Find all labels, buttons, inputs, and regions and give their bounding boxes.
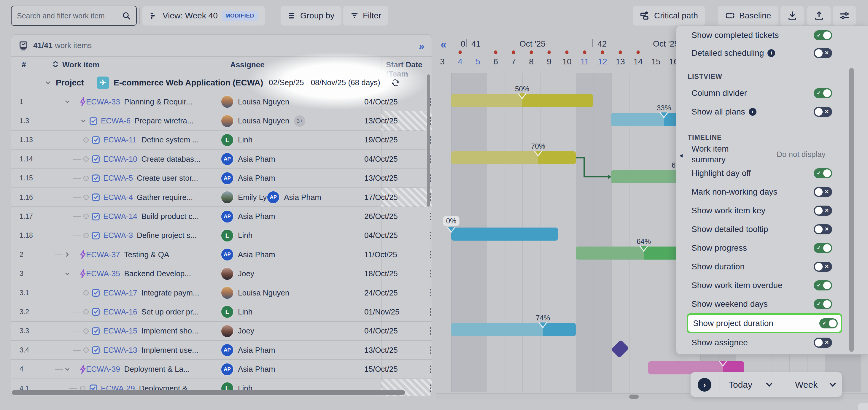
toggle-off[interactable]: ✕: [814, 338, 832, 348]
toggle-on[interactable]: ✓: [814, 280, 832, 290]
work-item-title[interactable]: Set up order pr...: [142, 302, 199, 321]
row-expand-chevron[interactable]: [64, 264, 71, 283]
work-item-key[interactable]: ECWA-10: [103, 150, 137, 168]
work-item-key[interactable]: ECWA-37: [86, 245, 120, 264]
row-menu-button[interactable]: [426, 249, 432, 260]
group-by-button[interactable]: Group by: [281, 6, 341, 26]
expand-panel-button[interactable]: »: [419, 41, 425, 51]
settings-item-show-assignee[interactable]: Show assignee✕: [676, 333, 868, 352]
settings-item-show-project-duration[interactable]: Show project duration✓: [687, 313, 842, 333]
project-collapse-chevron[interactable]: [44, 73, 52, 92]
more-assignees-badge[interactable]: 3+: [294, 116, 305, 127]
row-menu-button[interactable]: [426, 325, 432, 337]
work-item-title[interactable]: Deployment & La...: [124, 359, 190, 379]
search-input[interactable]: [17, 11, 122, 20]
table-row[interactable]: 3.4ECWA-13Implement use...APAsia Pham13/…: [11, 341, 432, 359]
collapse-all-icon[interactable]: [52, 61, 59, 69]
work-item-title[interactable]: Integrate paym...: [142, 283, 199, 302]
work-item-key[interactable]: ECWA-13: [103, 341, 137, 359]
row-expand-chevron[interactable]: [64, 92, 71, 111]
work-item-key[interactable]: ECWA-15: [103, 322, 137, 341]
collapse-arrow-icon[interactable]: ◂: [679, 152, 683, 159]
row-menu-button[interactable]: [426, 306, 432, 318]
row-expand-chevron[interactable]: [64, 245, 71, 264]
settings-item-show-detailed-tooltip[interactable]: Show detailed tooltip✕: [676, 220, 868, 239]
toggle-on[interactable]: ✓: [814, 243, 832, 253]
settings-item-detailed-scheduling[interactable]: Detailed schedulingi✕: [676, 43, 868, 62]
row-menu-button[interactable]: [426, 230, 432, 242]
today-button[interactable]: Today: [728, 372, 752, 397]
chevron-down-icon[interactable]: [829, 382, 837, 388]
work-item-title[interactable]: Backend Develop...: [124, 264, 191, 283]
toggle-on[interactable]: ✓: [819, 318, 838, 328]
work-item-title[interactable]: Gather require...: [137, 188, 193, 207]
toggle-off[interactable]: ✕: [814, 262, 832, 272]
table-row[interactable]: 1.13ECWA-11Define system ...LLinh19/Oct/…: [11, 130, 432, 150]
settings-item-show-work-item-key[interactable]: Show work item key✕: [676, 201, 868, 220]
gantt-bar-ecwa-10[interactable]: 70%: [451, 151, 576, 164]
timeline-prev-icon[interactable]: «: [440, 38, 446, 51]
work-item-key[interactable]: ECWA-6: [101, 111, 130, 130]
settings-item-column-divider[interactable]: Column divider✓: [676, 84, 868, 102]
table-row[interactable]: 2ECWA-37Testing & QAAPAsia Pham11/Oct/25: [11, 245, 432, 264]
work-item-key[interactable]: ECWA-5: [103, 169, 133, 188]
settings-item-mark-non-working-days[interactable]: Mark non-working days✕: [676, 183, 868, 201]
work-item-title[interactable]: Create user stor...: [137, 169, 198, 188]
toggle-on[interactable]: ✓: [814, 30, 832, 40]
settings-scrollbar[interactable]: [849, 68, 854, 352]
settings-item-value[interactable]: Do not display: [777, 145, 833, 164]
table-row[interactable]: 1.17ECWA-14Build product c...APAsia Pham…: [11, 207, 432, 226]
table-row[interactable]: 1.16ECWA-4Gather require...Emily LyAPAsi…: [11, 188, 432, 207]
work-item-title[interactable]: Prepare wirefra...: [134, 111, 193, 130]
settings-item-show-completed-tickets[interactable]: Show completed tickets✓: [676, 27, 868, 43]
table-row[interactable]: 1.15ECWA-5Create user stor...APAsia Pham…: [11, 169, 432, 188]
table-row[interactable]: 3ECWA-35Backend Develop...Joey18/Oct/25: [11, 264, 432, 283]
info-icon[interactable]: i: [768, 49, 775, 57]
work-item-key[interactable]: ECWA-4: [103, 188, 133, 207]
work-item-key[interactable]: ECWA-3: [103, 226, 133, 245]
toggle-off[interactable]: ✕: [814, 107, 832, 117]
work-item-title[interactable]: Implement sho...: [142, 322, 198, 341]
settings-item-show-progress[interactable]: Show progress✓: [676, 239, 868, 257]
toggle-off[interactable]: ✕: [814, 206, 832, 216]
table-vertical-scrollbar[interactable]: [427, 74, 430, 207]
toggle-off[interactable]: ✕: [814, 48, 832, 58]
toggle-on[interactable]: ✓: [814, 299, 832, 309]
settings-item-highlight-day-off[interactable]: Highlight day off✓: [676, 164, 868, 183]
corner-widget[interactable]: [857, 402, 868, 410]
row-menu-button[interactable]: [426, 268, 432, 280]
table-horizontal-scrollbar[interactable]: [12, 390, 405, 395]
settings-item-show-weekend-days[interactable]: Show weekend days✓: [676, 294, 868, 313]
table-row[interactable]: 4ECWA-39Deployment & La...APAsia Pham15/…: [11, 359, 432, 379]
next-button[interactable]: ›: [698, 378, 711, 391]
row-expand-chevron[interactable]: [80, 111, 87, 130]
work-item-title[interactable]: Define project s...: [137, 226, 197, 245]
row-expand-chevron[interactable]: [64, 359, 71, 379]
column-work-item[interactable]: Work item: [62, 60, 99, 69]
work-item-key[interactable]: ECWA-39: [86, 359, 120, 379]
table-row[interactable]: 3.1ECWA-17Integrate paym...Louisa Nguyen…: [11, 283, 432, 302]
table-row[interactable]: 1.3ECWA-6Prepare wirefra...Louisa Nguyen…: [11, 111, 432, 130]
filter-button[interactable]: Filter: [343, 6, 388, 26]
work-item-key[interactable]: ECWA-11: [103, 130, 137, 150]
toggle-off[interactable]: ✕: [814, 187, 832, 197]
row-menu-button[interactable]: [426, 344, 432, 356]
toggle-on[interactable]: ✓: [814, 88, 832, 98]
gantt-bar-ecwa-15[interactable]: 74%: [451, 323, 576, 336]
work-item-title[interactable]: Planning & Requir...: [124, 92, 192, 111]
sync-icon[interactable]: [391, 73, 400, 92]
view-selector-button[interactable]: View: Week 40 MODIFIED: [143, 6, 265, 26]
work-item-key[interactable]: ECWA-35: [86, 264, 120, 283]
chevron-down-icon[interactable]: [765, 382, 773, 388]
settings-item-work-item-summary[interactable]: Work item summary◂Do not display: [676, 145, 868, 164]
column-assignee[interactable]: Assignee: [230, 60, 265, 69]
row-menu-button[interactable]: [426, 382, 432, 394]
toggle-on[interactable]: ✓: [814, 168, 832, 178]
work-item-key[interactable]: ECWA-14: [103, 207, 137, 226]
work-item-title[interactable]: Build product c...: [142, 207, 199, 226]
work-item-title[interactable]: Define system ...: [142, 130, 199, 150]
column-num[interactable]: #: [22, 60, 26, 69]
table-row[interactable]: 3.3ECWA-15Implement sho...Joey04/Oct/25: [11, 322, 432, 341]
work-item-key[interactable]: ECWA-33: [86, 92, 120, 111]
zoom-level-button[interactable]: Week: [795, 372, 817, 397]
